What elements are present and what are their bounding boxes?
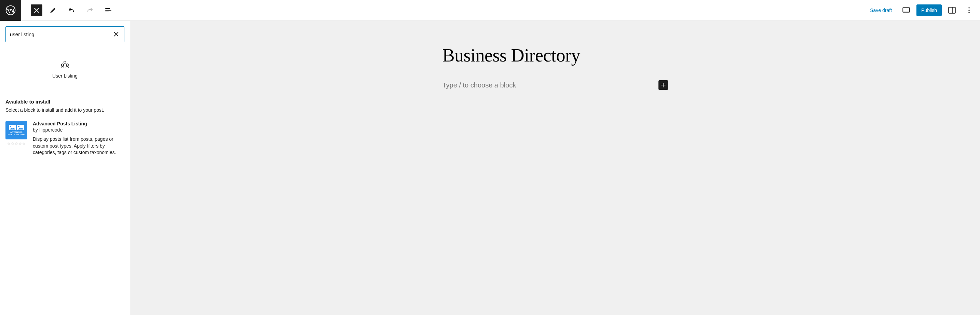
publish-button[interactable]: Publish <box>916 5 942 16</box>
undo-button[interactable] <box>64 2 79 18</box>
sidebar-panel-icon <box>948 6 956 15</box>
save-draft-button[interactable]: Save draft <box>866 5 896 16</box>
document-overview-button[interactable] <box>100 2 116 18</box>
svg-point-7 <box>62 64 64 66</box>
redo-icon <box>86 6 94 14</box>
close-icon <box>32 6 41 14</box>
toolbar-left-group <box>0 0 116 21</box>
svg-point-4 <box>968 10 970 11</box>
more-vertical-icon <box>965 6 973 14</box>
install-item-description: Display posts list from posts, pages or … <box>33 136 124 156</box>
users-icon <box>60 60 69 69</box>
svg-rect-1 <box>903 8 910 12</box>
block-inserter-panel: User Listing Available to install Select… <box>0 21 130 315</box>
wordpress-logo-button[interactable] <box>0 0 21 21</box>
block-search-box <box>5 26 124 42</box>
available-to-install-section: Available to install Select a block to i… <box>0 93 130 162</box>
svg-point-6 <box>64 61 66 63</box>
editor-canvas: Business Directory Type / to choose a bl… <box>130 21 980 315</box>
svg-point-5 <box>968 12 970 13</box>
close-inserter-button[interactable] <box>31 5 42 16</box>
rating-stars: ☆☆☆☆☆ <box>7 142 25 146</box>
list-view-icon <box>104 6 113 14</box>
close-icon <box>113 30 120 38</box>
installable-block-item[interactable]: ADVANCED POSTS LISTING ☆☆☆☆☆ Advanced Po… <box>5 121 124 156</box>
add-block-button[interactable] <box>659 80 668 90</box>
svg-rect-2 <box>948 7 955 13</box>
available-section-title: Available to install <box>5 99 124 105</box>
undo-icon <box>67 6 75 14</box>
redo-button[interactable] <box>82 2 98 18</box>
install-item-title: Advanced Posts Listing <box>33 121 124 126</box>
block-placeholder-text: Type / to choose a block <box>442 81 516 89</box>
block-result-user-listing[interactable]: User Listing <box>0 48 130 93</box>
block-result-label: User Listing <box>52 73 78 79</box>
editor-toolbar: Save draft Publish <box>0 0 980 21</box>
svg-point-8 <box>66 64 68 66</box>
plus-icon <box>660 82 666 88</box>
block-thumbnail: ADVANCED POSTS LISTING <box>5 121 27 139</box>
more-options-button[interactable] <box>962 3 976 17</box>
post-title[interactable]: Business Directory <box>442 45 668 66</box>
svg-point-3 <box>968 7 970 8</box>
block-search-input[interactable] <box>10 32 113 37</box>
tools-button[interactable] <box>45 2 61 18</box>
empty-block-row[interactable]: Type / to choose a block <box>442 80 668 90</box>
settings-sidebar-button[interactable] <box>945 3 959 17</box>
install-item-author: by flippercode <box>33 127 124 132</box>
toolbar-right-group: Save draft Publish <box>866 3 980 17</box>
pencil-icon <box>49 6 57 14</box>
wordpress-icon <box>5 5 16 16</box>
preview-button[interactable] <box>899 3 913 17</box>
desktop-icon <box>902 6 911 15</box>
clear-search-button[interactable] <box>113 30 120 38</box>
available-section-subtitle: Select a block to install and add it to … <box>5 107 124 113</box>
